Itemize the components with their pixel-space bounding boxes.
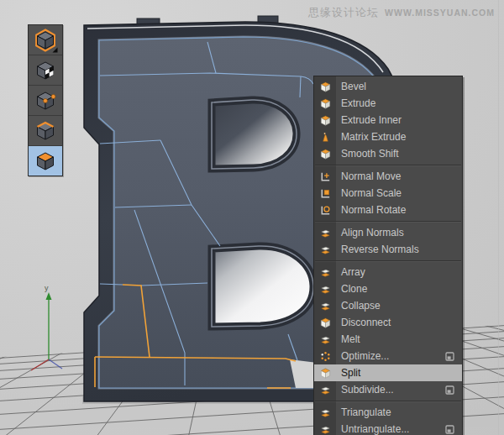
watermark: 思缘设计论坛WWW.MISSYUAN.COM <box>308 4 495 20</box>
normal-move-icon <box>314 170 336 183</box>
points-mode-cube-icon <box>33 88 58 113</box>
disconnect-icon <box>314 317 336 329</box>
menu-item-collapse[interactable]: Collapse <box>314 297 462 314</box>
collapse-icon <box>314 300 336 312</box>
menu-item-split[interactable]: Split <box>314 364 462 381</box>
menu-item-label: Subdivide... <box>336 381 445 398</box>
menu-item-smooth-shift[interactable]: Smooth Shift <box>314 145 462 162</box>
edges-mode-cube-icon <box>33 118 58 144</box>
menu-item-matrix-extrude[interactable]: Matrix Extrude <box>314 128 462 145</box>
normal-rotate-icon <box>314 204 336 217</box>
menu-item-reverse-normals[interactable]: Reverse Normals <box>314 241 462 258</box>
array-icon <box>314 266 336 279</box>
menu-item-label: Array <box>336 264 462 280</box>
world-axis: y <box>31 284 62 370</box>
extrude-icon <box>314 97 336 110</box>
menu-item-label: Clone <box>336 280 462 297</box>
menu-item-label: Disconnect <box>336 314 462 331</box>
menu-item-array[interactable]: Array <box>314 264 462 280</box>
context-menu: Bevel Extrude Extrude Inner Matrix Extru… <box>313 76 463 435</box>
extrude-inner-icon <box>314 114 336 127</box>
menu-item-label: Reverse Normals <box>336 241 462 258</box>
menu-item-label: Align Normals <box>336 224 462 241</box>
menu-separator <box>314 162 462 168</box>
bevel-icon <box>314 81 336 93</box>
mode-toolbar <box>28 24 63 176</box>
menu-item-clone[interactable]: Clone <box>314 280 462 297</box>
menu-item-label: Matrix Extrude <box>336 128 462 145</box>
menu-separator <box>314 258 462 264</box>
menu-item-melt[interactable]: Melt <box>314 331 462 348</box>
menu-item-label: Bevel <box>336 78 462 95</box>
smooth-shift-icon <box>314 148 336 160</box>
letter-upper-hole <box>212 100 297 169</box>
tool-points-mode-button[interactable] <box>29 86 62 116</box>
menu-item-bevel[interactable]: Bevel <box>314 78 462 95</box>
menu-item-normal-rotate[interactable]: Normal Rotate <box>314 202 462 218</box>
menu-item-label: Triangulate <box>336 404 462 421</box>
menu-item-label: Extrude <box>336 95 462 112</box>
menu-item-label: Split <box>336 364 462 381</box>
menu-item-optimize[interactable]: Optimize... <box>314 348 462 364</box>
menu-item-extrude-inner[interactable]: Extrude Inner <box>314 112 462 128</box>
menu-item-untriangulate[interactable]: Untriangulate... <box>314 421 462 435</box>
align-normals-icon <box>314 227 336 239</box>
menu-item-label: Extrude Inner <box>336 112 462 128</box>
letter-lower-hole <box>212 246 313 327</box>
matrix-extrude-icon <box>314 131 336 144</box>
menu-item-triangulate[interactable]: Triangulate <box>314 404 462 421</box>
triangulate-icon <box>314 406 336 419</box>
texture-mode-cube-icon <box>33 58 58 83</box>
menu-item-label: Untriangulate... <box>336 421 445 435</box>
menu-item-label: Normal Move <box>336 168 462 185</box>
menu-item-label: Optimize... <box>336 348 445 364</box>
opens-dialog-icon <box>445 385 454 395</box>
model-mode-cube-icon <box>33 28 58 53</box>
tool-edges-mode-button[interactable] <box>29 116 62 146</box>
tool-polygons-mode-button[interactable] <box>29 146 62 176</box>
menu-item-normal-scale[interactable]: Normal Scale <box>314 185 462 202</box>
menu-item-label: Normal Scale <box>336 185 462 202</box>
y-axis-label: y <box>45 284 49 292</box>
polygons-mode-cube-icon <box>33 149 58 174</box>
menu-item-align-normals[interactable]: Align Normals <box>314 224 462 241</box>
watermark-url-text: WWW.MISSYUAN.COM <box>385 8 495 18</box>
opens-dialog-icon <box>445 425 454 434</box>
menu-separator <box>314 218 462 224</box>
menu-item-label: Collapse <box>336 297 462 314</box>
menu-item-disconnect[interactable]: Disconnect <box>314 314 462 331</box>
viewport-edge-divider <box>498 0 499 435</box>
clone-icon <box>314 283 336 296</box>
menu-item-label: Melt <box>336 331 462 348</box>
menu-item-normal-move[interactable]: Normal Move <box>314 168 462 185</box>
optimize-icon <box>314 350 336 363</box>
viewport-3d[interactable]: y <box>0 0 504 435</box>
melt-icon <box>314 333 336 346</box>
untriangulate-icon <box>314 423 336 435</box>
subdivide-icon <box>314 384 336 396</box>
menu-item-label: Smooth Shift <box>336 145 462 162</box>
opens-dialog-icon <box>445 352 454 361</box>
menu-item-extrude[interactable]: Extrude <box>314 95 462 112</box>
normal-scale-icon <box>314 187 336 200</box>
menu-separator <box>314 398 462 404</box>
menu-item-subdivide[interactable]: Subdivide... <box>314 381 462 398</box>
y-axis-arrow-icon <box>46 292 52 300</box>
menu-item-label: Normal Rotate <box>336 202 462 218</box>
watermark-cn-text: 思缘设计论坛 <box>308 6 379 18</box>
tool-model-mode-button[interactable] <box>29 25 62 55</box>
tool-texture-mode-button[interactable] <box>29 55 62 86</box>
split-icon <box>314 367 336 380</box>
reverse-normals-icon <box>314 244 336 256</box>
